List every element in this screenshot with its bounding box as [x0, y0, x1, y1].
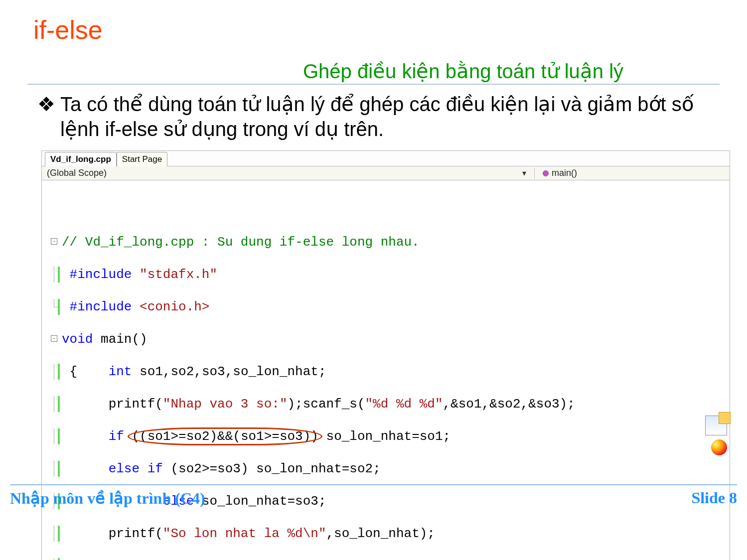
bullet-icon: ❖	[37, 92, 55, 141]
bullet-text: Ta có thể dùng toán tử luận lý để ghép c…	[60, 92, 720, 141]
slide: if-else Ghép điều kiện bằng toán tử luận…	[0, 0, 747, 560]
tab-bar: Vd_if_long.cpp Start Page	[42, 151, 730, 166]
scope-bar: (Global Scope) ▾ main()	[42, 166, 730, 180]
new-item-icon	[705, 416, 727, 435]
code-str: "%d %d %d"	[365, 397, 443, 412]
slide-subtitle: Ghép điều kiện bằng toán tử luận lý	[27, 60, 720, 83]
code-kw: #include	[70, 299, 140, 314]
code-text-span: ,&so1,&so2,&so3);	[443, 397, 575, 412]
tab-start-page[interactable]: Start Page	[117, 152, 167, 166]
code-text-span: printf(	[109, 526, 163, 541]
scope-dropdown-right[interactable]: main()	[538, 168, 727, 178]
code-kw: void	[62, 332, 93, 347]
code-text-span: so1,so2,so3,so_lon_nhat;	[132, 364, 326, 379]
code-kw: #include	[70, 267, 140, 282]
bullet-block: ❖ Ta có thể dùng toán tử luận lý để ghép…	[37, 92, 720, 141]
divider-top	[27, 84, 720, 85]
code-kw: if	[148, 461, 163, 476]
code-kw: int	[109, 364, 132, 379]
code-text-span: main()	[93, 332, 147, 347]
divider-bottom	[10, 484, 737, 485]
footer-left: Nhập môn về lập trình (C4)	[10, 489, 205, 508]
code-comment: // Vd_if_long.cpp : Su dung if-else long…	[62, 235, 420, 250]
code-text-span: ,so_lon_nhat);	[326, 526, 435, 541]
code-str: <conio.h>	[140, 299, 209, 314]
code-str: "Nhap vao 3 so:"	[163, 397, 288, 412]
corner-icons	[705, 416, 727, 455]
scope-separator	[534, 168, 535, 178]
code-text-span: );scanf_s(	[287, 397, 365, 412]
vs-logo-icon	[711, 439, 727, 455]
code-kw: if	[109, 429, 124, 444]
scope-left-text: (Global Scope)	[47, 168, 107, 178]
code-text-span	[140, 461, 148, 476]
footer-right: Slide 8	[691, 489, 737, 508]
code-kw: else	[109, 461, 140, 476]
scope-right-text: main()	[552, 168, 577, 178]
code-text-span: so_lon_nhat=so1;	[326, 429, 451, 444]
code-str: "stdafx.h"	[140, 267, 217, 282]
code-text-span: ((so1>=so2)&&(so1>=so3))	[132, 429, 318, 444]
dropdown-arrow-icon: ▾	[517, 168, 531, 178]
slide-title: if-else	[33, 15, 720, 45]
circled-condition: ((so1>=so2)&&(so1>=so3))	[132, 428, 318, 445]
code-text-span: _getch();	[109, 559, 178, 560]
outline-collapse-icon[interactable]: -	[51, 335, 57, 342]
code-text-span: {	[70, 364, 78, 379]
outline-collapse-icon[interactable]: -	[51, 238, 57, 245]
slide-footer: Nhập môn về lập trình (C4) Slide 8	[10, 489, 737, 508]
scope-dropdown-left[interactable]: (Global Scope)	[45, 168, 517, 178]
tab-active[interactable]: Vd_if_long.cpp	[45, 152, 117, 166]
method-icon	[543, 170, 549, 176]
code-str: "So lon nhat la %d\n"	[163, 526, 326, 541]
code-text-span: (so2>=so3) so_lon_nhat=so2;	[163, 461, 381, 476]
divider-bottom-wrap	[10, 484, 737, 485]
code-text-span: printf(	[109, 397, 163, 412]
